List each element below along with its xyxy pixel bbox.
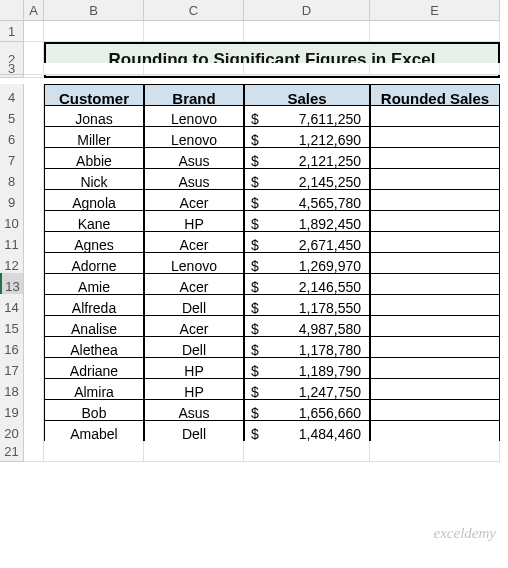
col-header-a[interactable]: A	[24, 0, 44, 21]
col-header-d[interactable]: D	[244, 0, 370, 21]
cell[interactable]	[24, 21, 44, 42]
cell[interactable]	[244, 441, 370, 462]
cell[interactable]	[24, 441, 44, 462]
col-header-b[interactable]: B	[44, 0, 144, 21]
cell[interactable]	[370, 21, 500, 42]
cell[interactable]	[244, 63, 370, 75]
row-header[interactable]: 21	[0, 441, 24, 462]
cell[interactable]	[370, 63, 500, 75]
col-header-e[interactable]: E	[370, 0, 500, 21]
watermark: exceldemy	[434, 525, 496, 542]
cell[interactable]	[44, 63, 144, 75]
cell[interactable]	[244, 21, 370, 42]
cell[interactable]	[144, 441, 244, 462]
cell[interactable]	[370, 441, 500, 462]
col-header-c[interactable]: C	[144, 0, 244, 21]
row-header[interactable]: 3	[0, 63, 24, 75]
select-all-corner[interactable]	[0, 0, 24, 21]
cell[interactable]	[44, 21, 144, 42]
cell[interactable]	[144, 21, 244, 42]
cell[interactable]	[44, 441, 144, 462]
spreadsheet-grid: A B C D E 1 2 Rounding to Significant Fi…	[0, 0, 508, 462]
cell[interactable]	[144, 63, 244, 75]
row-header[interactable]: 1	[0, 21, 24, 42]
cell[interactable]	[24, 63, 44, 75]
